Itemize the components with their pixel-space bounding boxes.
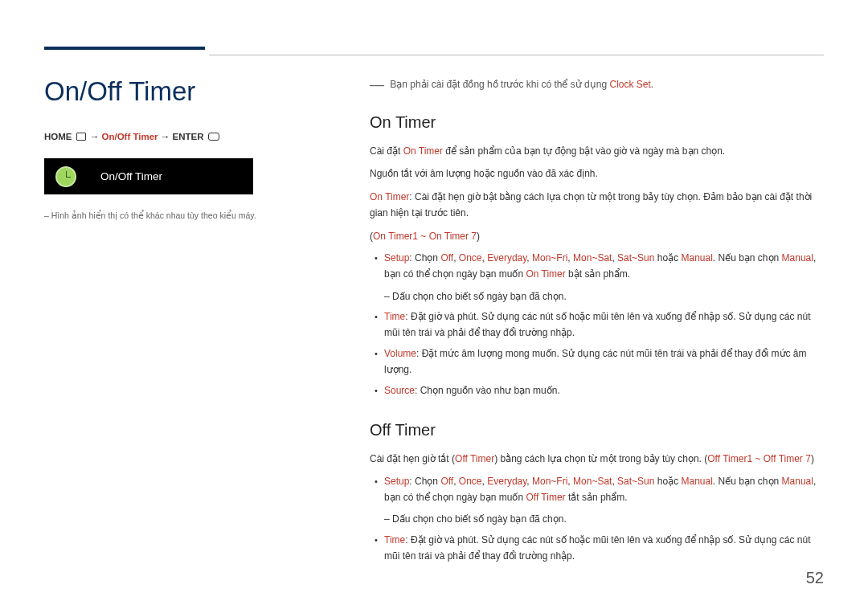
time-label: Time [384, 311, 405, 322]
arrow-icon: → [90, 131, 100, 142]
list-item-setup-off: Setup: Chọn Off, Once, Everyday, Mon~Fri… [370, 474, 824, 506]
arrow-icon: → [161, 131, 170, 142]
text: : Chọn [409, 252, 440, 264]
opt: Everyday [487, 252, 526, 264]
right-column: ― Bạn phải cài đặt đồng hồ trước khi có … [370, 76, 824, 571]
text: : Chọn [409, 476, 440, 487]
header-divider [209, 55, 824, 55]
range-text: On Timer1 ~ On Timer 7 [373, 231, 477, 242]
text-red: On Timer [403, 145, 443, 157]
source-label: Source [384, 385, 415, 396]
menu-preview-box: On/Off Timer [44, 158, 253, 194]
menu-preview-label: On/Off Timer [100, 170, 162, 182]
on-timer-list-cont: Time: Đặt giờ và phút. Sử dụng các nút s… [370, 309, 824, 398]
opt: Manual [681, 476, 712, 487]
text: để sản phẩm của bạn tự động bật vào giờ … [443, 145, 725, 157]
check-note-off: Dấu chọn cho biết số ngày bạn đã chọn. [370, 512, 824, 528]
text: . Nếu bạn chọn [713, 476, 782, 487]
enter-icon [208, 133, 219, 141]
list-item-time-off: Time: Đặt giờ và phút. Sử dụng các nút s… [370, 533, 824, 565]
text: : Đặt giờ và phút. Sử dụng các nút số ho… [384, 311, 810, 338]
list-item-setup: Setup: Chọn Off, Once, Everyday, Mon~Fri… [370, 251, 824, 283]
top-notice-link: Clock Set [609, 79, 650, 90]
opt: Manual [782, 252, 813, 264]
home-icon [76, 133, 86, 141]
opt: Mon~Sat [573, 476, 612, 487]
top-notice-text: Bạn phải cài đặt đồng hồ trước khi có th… [390, 79, 609, 90]
opt: Mon~Fri [532, 476, 567, 487]
opt: Off [440, 252, 453, 264]
opt: Manual [782, 476, 813, 487]
opt: Off [440, 476, 453, 487]
check-note: Dấu chọn cho biết số ngày bạn đã chọn. [370, 289, 824, 305]
setup-label: Setup [384, 252, 409, 264]
list-item-volume: Volume: Đặt mức âm lượng mong muốn. Sử d… [370, 346, 824, 378]
opt: Sat~Sun [617, 252, 654, 264]
breadcrumb-mid: On/Off Timer [102, 132, 158, 141]
clock-icon [55, 166, 76, 187]
off-timer-list-cont: Time: Đặt giờ và phút. Sử dụng các nút s… [370, 533, 824, 565]
off-timer-heading: Off Timer [370, 421, 824, 439]
page-title: On/Off Timer [44, 76, 354, 107]
text: bật sản phẩm. [566, 268, 630, 280]
opt: Sat~Sun [617, 476, 654, 487]
header-accent-bar [44, 47, 205, 50]
opt: Mon~Fri [532, 252, 567, 264]
text: ) [811, 453, 814, 464]
text-red: On Timer [370, 191, 409, 202]
dash-icon: ― [370, 76, 384, 92]
setup-label: Setup [384, 476, 409, 487]
text-red: Off Timer [455, 453, 494, 464]
text: Cài đặt hẹn giờ tắt ( [370, 453, 455, 464]
list-item-time: Time: Đặt giờ và phút. Sử dụng các nút s… [370, 309, 824, 341]
volume-label: Volume [384, 348, 416, 359]
on-timer-heading: On Timer [370, 113, 824, 132]
list-item-source: Source: Chọn nguồn vào như bạn muốn. [370, 383, 824, 399]
opt: Manual [681, 252, 712, 264]
text: : Chọn nguồn vào như bạn muốn. [415, 385, 560, 396]
left-column: On/Off Timer HOME → On/Off Timer → ENTER… [44, 76, 370, 571]
breadcrumb-home: HOME [44, 132, 72, 141]
on-timer-line2: Nguồn tắt với âm lượng hoặc nguồn vào đã… [370, 166, 824, 182]
text: . Nếu bạn chọn [713, 252, 782, 264]
opt: Off Timer [526, 492, 565, 503]
opt: Mon~Sat [573, 252, 612, 264]
opt: Once [459, 476, 482, 487]
on-timer-range: (On Timer1 ~ On Timer 7) [370, 228, 824, 244]
range-text: Off Timer1 ~ Off Timer 7 [707, 453, 811, 464]
left-note: – Hình ảnh hiển thị có thể khác nhau tùy… [44, 210, 354, 220]
text: hoặc [654, 476, 681, 487]
page-number: 52 [806, 569, 824, 587]
text: : Đặt giờ và phút. Sử dụng các nút số ho… [384, 534, 810, 562]
opt: Everyday [487, 476, 526, 487]
text: : Đặt mức âm lượng mong muốn. Sử dụng cá… [384, 348, 807, 375]
on-timer-list: Setup: Chọn Off, Once, Everyday, Mon~Fri… [370, 251, 824, 283]
on-timer-line3: On Timer: Cài đặt hẹn giờ bật bằng cách … [370, 189, 824, 222]
text: hoặc [654, 252, 681, 264]
text: ) bằng cách lựa chọn từ một trong bảy tù… [494, 453, 707, 464]
text: : Cài đặt hẹn giờ bật bằng cách lựa chọn… [370, 191, 812, 219]
opt: Once [459, 252, 482, 264]
text: Cài đặt [370, 145, 403, 157]
off-timer-line1: Cài đặt hẹn giờ tắt (Off Timer) bằng các… [370, 451, 824, 467]
opt: On Timer [526, 268, 565, 280]
time-label: Time [384, 534, 405, 546]
text: tắt sản phẩm. [566, 492, 628, 503]
on-timer-line1: Cài đặt On Timer để sản phẩm của bạn tự … [370, 143, 824, 159]
off-timer-list: Setup: Chọn Off, Once, Everyday, Mon~Fri… [370, 474, 824, 506]
breadcrumb-enter: ENTER [173, 132, 204, 141]
breadcrumb: HOME → On/Off Timer → ENTER [44, 131, 354, 142]
top-notice: ― Bạn phải cài đặt đồng hồ trước khi có … [370, 76, 824, 93]
period: . [651, 79, 653, 90]
